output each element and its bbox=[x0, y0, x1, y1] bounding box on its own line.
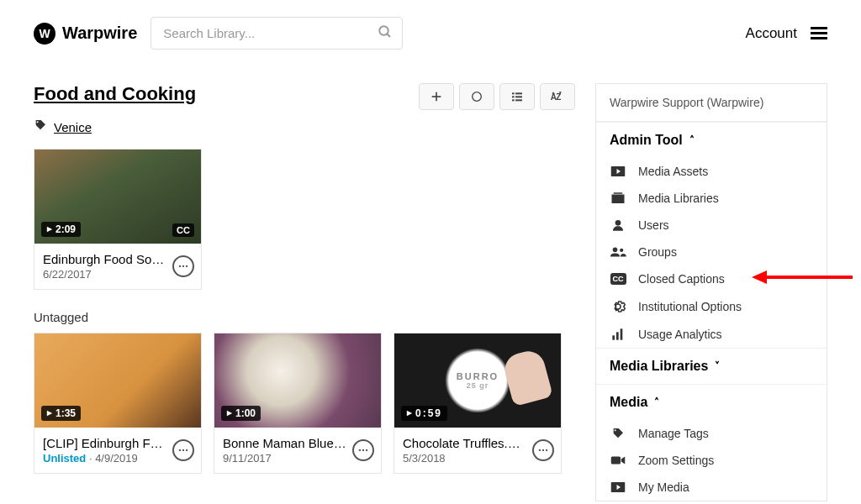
media-card[interactable]: 1:00Bonne Maman Blueb...9/11/2017 bbox=[214, 333, 382, 474]
tagged-media-grid: 2:09CCEdinburgh Food Soci...6/22/2017 bbox=[34, 149, 575, 290]
card-body: Bonne Maman Blueb...9/11/2017 bbox=[214, 428, 381, 473]
card-menu-button[interactable] bbox=[532, 439, 554, 461]
svg-rect-7 bbox=[512, 96, 515, 97]
content-area: Food and Cooking AZ Veni bbox=[34, 83, 575, 501]
sidebar-item-label: Groups bbox=[638, 245, 677, 259]
sidebar-item-label: Media Libraries bbox=[638, 192, 719, 205]
sidebar-item-users[interactable]: Users bbox=[596, 212, 827, 239]
annotation-arrow bbox=[752, 270, 853, 284]
account-link[interactable]: Account bbox=[746, 25, 797, 42]
page-title[interactable]: Food and Cooking bbox=[34, 83, 196, 105]
logo[interactable]: W Warpwire bbox=[34, 23, 137, 45]
sidebar-item-label: Media Assets bbox=[638, 165, 708, 178]
svg-rect-33 bbox=[621, 328, 623, 339]
chart-icon bbox=[610, 328, 626, 341]
media-meta: 5/3/2018 bbox=[403, 452, 552, 465]
video-play-icon bbox=[610, 165, 626, 177]
sidebar-item-label: Closed Captions bbox=[638, 272, 725, 286]
sidebar-section-title[interactable]: Media Libraries˅ bbox=[596, 348, 827, 384]
media-thumbnail[interactable]: 1:35 bbox=[34, 333, 201, 428]
camera-icon bbox=[610, 454, 626, 466]
svg-point-24 bbox=[546, 449, 547, 451]
svg-point-16 bbox=[179, 449, 181, 451]
media-title: [CLIP] Edinburgh Fo... bbox=[43, 436, 193, 450]
media-title: Edinburgh Food Soci... bbox=[43, 252, 193, 266]
decorative-hand bbox=[501, 348, 553, 407]
logo-icon: W bbox=[34, 23, 55, 45]
media-card[interactable]: 1:35[CLIP] Edinburgh Fo...Unlisted · 4/9… bbox=[34, 333, 202, 474]
menu-icon[interactable] bbox=[811, 27, 827, 39]
svg-point-23 bbox=[542, 449, 544, 451]
media-meta: 9/11/2017 bbox=[223, 452, 372, 465]
svg-point-4 bbox=[473, 92, 482, 102]
sort-button[interactable]: AZ bbox=[540, 83, 575, 110]
svg-point-19 bbox=[359, 449, 361, 451]
tag-icon bbox=[34, 118, 47, 135]
svg-rect-10 bbox=[515, 99, 522, 101]
sidebar-item-institutional-options[interactable]: Institutional Options bbox=[596, 292, 827, 321]
sidebar-item-label: Users bbox=[638, 218, 669, 232]
media-card[interactable]: 2:09CCEdinburgh Food Soci...6/22/2017 bbox=[34, 149, 202, 290]
sidebar-item-usage-analytics[interactable]: Usage Analytics bbox=[596, 321, 827, 348]
chevron-up-icon: ˄ bbox=[689, 134, 695, 146]
sidebar: Warpwire Support (Warpwire) Admin Tool˄M… bbox=[595, 83, 827, 501]
svg-point-20 bbox=[362, 449, 364, 451]
sidebar-item-label: Zoom Settings bbox=[638, 454, 714, 467]
chevron-down-icon: ˅ bbox=[715, 360, 720, 372]
sidebar-section-title[interactable]: Admin Tool˄ bbox=[596, 122, 827, 158]
untagged-label: Untagged bbox=[34, 310, 575, 324]
search-input[interactable] bbox=[151, 17, 403, 50]
media-title: Chocolate Truffles.mp4 bbox=[403, 436, 552, 450]
svg-point-13 bbox=[179, 265, 181, 267]
svg-rect-9 bbox=[512, 99, 515, 101]
sidebar-item-label: Manage Tags bbox=[638, 427, 709, 440]
sidebar-item-label: My Media bbox=[638, 480, 689, 494]
sidebar-item-media-assets[interactable]: Media Assets bbox=[596, 158, 827, 185]
svg-rect-31 bbox=[612, 335, 615, 339]
svg-point-28 bbox=[615, 220, 621, 226]
sidebar-item-groups[interactable]: Groups bbox=[596, 239, 827, 265]
media-thumbnail[interactable]: BURRO25 gr0:59 bbox=[394, 333, 561, 428]
svg-point-29 bbox=[613, 247, 618, 252]
user-icon bbox=[610, 218, 626, 232]
media-thumbnail[interactable]: 2:09CC bbox=[34, 150, 201, 244]
sidebar-item-media-libraries-admin[interactable]: Media Libraries bbox=[596, 185, 827, 212]
account-area: Account bbox=[746, 25, 827, 42]
untagged-media-grid: 1:35[CLIP] Edinburgh Fo...Unlisted · 4/9… bbox=[34, 333, 575, 474]
media-card[interactable]: BURRO25 gr0:59Chocolate Truffles.mp45/3/… bbox=[394, 333, 562, 474]
svg-point-17 bbox=[182, 449, 184, 451]
unlisted-label: Unlisted bbox=[43, 452, 86, 465]
card-menu-button[interactable] bbox=[352, 439, 374, 461]
sidebar-item-manage-tags[interactable]: Manage Tags bbox=[596, 420, 827, 447]
add-button[interactable] bbox=[419, 83, 454, 110]
thumb-overlay-text: BURRO bbox=[457, 371, 499, 381]
svg-rect-34 bbox=[611, 457, 621, 465]
record-button[interactable] bbox=[459, 83, 494, 110]
sidebar-item-label: Institutional Options bbox=[638, 300, 742, 313]
svg-text:Z: Z bbox=[556, 92, 561, 102]
duration-badge: 1:35 bbox=[41, 406, 81, 421]
brand-name: Warpwire bbox=[62, 24, 137, 43]
duration-badge: 1:00 bbox=[221, 406, 261, 421]
sidebar-item-my-media[interactable]: My Media bbox=[596, 474, 827, 501]
duration-badge: 2:09 bbox=[41, 222, 81, 237]
tag-link[interactable]: Venice bbox=[54, 120, 92, 134]
svg-rect-6 bbox=[515, 92, 522, 94]
media-meta: 6/22/2017 bbox=[43, 268, 193, 281]
svg-rect-32 bbox=[616, 332, 619, 339]
card-menu-button[interactable] bbox=[172, 439, 194, 461]
svg-point-30 bbox=[620, 249, 623, 252]
svg-point-22 bbox=[539, 449, 541, 451]
card-menu-button[interactable] bbox=[172, 255, 194, 277]
sidebar-section-title[interactable]: Media˄ bbox=[596, 384, 827, 420]
svg-point-18 bbox=[186, 449, 188, 451]
list-view-button[interactable] bbox=[499, 83, 535, 110]
video-play-icon bbox=[610, 481, 626, 493]
chevron-up-icon: ˄ bbox=[654, 396, 659, 408]
tag-row: Venice bbox=[34, 118, 575, 135]
sidebar-item-label: Usage Analytics bbox=[638, 328, 722, 341]
search-icon[interactable] bbox=[378, 24, 393, 43]
svg-rect-27 bbox=[614, 192, 623, 194]
sidebar-item-zoom-settings[interactable]: Zoom Settings bbox=[596, 447, 827, 474]
media-thumbnail[interactable]: 1:00 bbox=[214, 333, 381, 428]
